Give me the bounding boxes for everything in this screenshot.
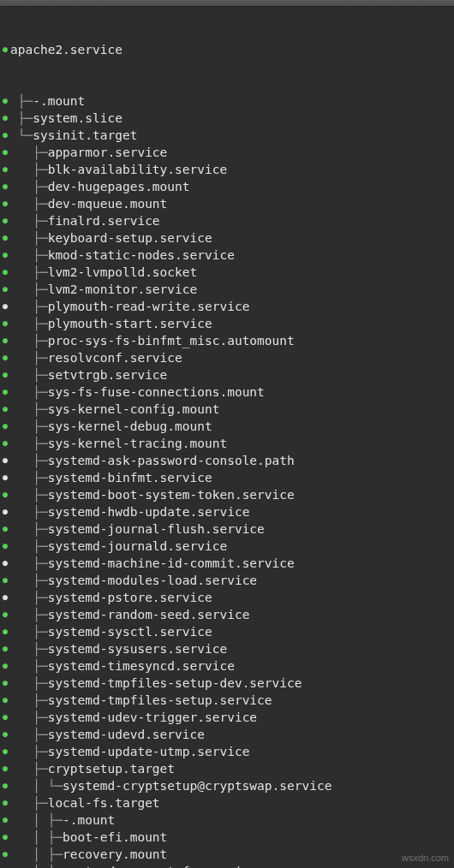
tree-row: ● └─sysinit.target xyxy=(0,127,454,144)
tree-branch: ├─ xyxy=(10,469,48,486)
tree-branch: ├─ xyxy=(10,572,48,589)
tree-row: ● ├─-.mount xyxy=(0,92,454,110)
tree-branch: ├─ xyxy=(10,760,48,777)
unit-name: sysinit.target xyxy=(33,127,137,144)
status-dot-icon: ● xyxy=(0,366,10,383)
status-dot-icon: ● xyxy=(0,298,10,315)
unit-name: sys-kernel-config.mount xyxy=(48,401,220,418)
tree-row: ● ├─local-fs.target xyxy=(0,794,454,812)
unit-name: systemd-ask-password-console.path xyxy=(48,452,295,469)
tree-branch: ├─ xyxy=(10,349,48,366)
unit-name: systemd-timesyncd.service xyxy=(48,657,235,675)
tree-branch: ├─ xyxy=(10,366,48,383)
unit-name: systemd-udevd.service xyxy=(48,726,205,743)
tree-row: ● ├─systemd-binfmt.service xyxy=(0,469,454,486)
status-dot-icon: ● xyxy=(0,675,10,692)
tree-branch: ├─ xyxy=(10,452,48,469)
unit-name: systemd-sysctl.service xyxy=(48,623,212,640)
unit-name: proc-sys-fs-binfmt_misc.automount xyxy=(48,332,295,349)
tree-row: ● ├─plymouth-read-write.service xyxy=(0,298,454,315)
tree-branch: ├─ xyxy=(10,110,33,127)
tree-row: ● ├─blk-availability.service xyxy=(0,161,454,178)
unit-name: sys-kernel-tracing.mount xyxy=(48,435,228,452)
unit-name: systemd-boot-system-token.service xyxy=(48,486,295,503)
tree-row: ● ├─dev-hugepages.mount xyxy=(0,178,454,195)
status-dot-icon: ● xyxy=(0,264,10,281)
status-dot-icon: ● xyxy=(0,829,10,846)
tree-branch: ├─ xyxy=(10,401,48,418)
tree-branch: ├─ xyxy=(10,486,48,503)
tree-branch: ├─ xyxy=(10,606,48,623)
status-dot-icon: ● xyxy=(0,161,10,178)
unit-name: systemd-remount-fs.service xyxy=(63,863,257,868)
status-dot-icon: ● xyxy=(0,520,10,538)
unit-name: apparmor.service xyxy=(48,144,168,161)
tree-row: ● ├─lvm2-lvmpolld.socket xyxy=(0,264,454,281)
status-dot-icon: ● xyxy=(0,92,10,110)
status-dot-icon: ● xyxy=(0,538,10,555)
tree-row: ● ├─systemd-udev-trigger.service xyxy=(0,709,454,726)
terminal-output: ●apache2.service ● ├─-.mount● ├─system.s… xyxy=(0,7,454,868)
status-dot-icon: ● xyxy=(0,229,10,247)
status-dot-icon: ● xyxy=(0,863,10,868)
status-dot-icon: ● xyxy=(0,332,10,349)
unit-name: systemd-tmpfiles-setup-dev.service xyxy=(48,675,302,692)
unit-name: -.mount xyxy=(33,92,85,110)
unit-name: lvm2-monitor.service xyxy=(48,281,198,298)
watermark-text: wsxdn.com xyxy=(402,849,449,866)
unit-name: systemd-cryptsetup@cryptswap.service xyxy=(63,777,332,794)
unit-name: systemd-random-seed.service xyxy=(48,606,250,623)
status-dot-icon: ● xyxy=(0,709,10,726)
unit-name: systemd-machine-id-commit.service xyxy=(48,555,295,572)
unit-name: setvtrgb.service xyxy=(48,366,168,383)
tree-branch: ├─ xyxy=(10,794,48,812)
tree-row: ● │ ├─-.mount xyxy=(0,812,454,829)
tree-branch: ├─ xyxy=(10,623,48,640)
tree-branch: ├─ xyxy=(10,229,48,247)
status-dot-icon: ● xyxy=(0,589,10,606)
tree-branch: │ ├─ xyxy=(10,846,63,863)
unit-name: local-fs.target xyxy=(48,794,160,812)
tree-branch: ├─ xyxy=(10,195,48,212)
tree-row: ● ├─apparmor.service xyxy=(0,144,454,161)
tree-branch: ├─ xyxy=(10,144,48,161)
tree-branch: ├─ xyxy=(10,709,48,726)
status-dot-icon: ● xyxy=(0,418,10,435)
tree-row: ● │ └─systemd-remount-fs.service xyxy=(0,863,454,868)
unit-name: lvm2-lvmpolld.socket xyxy=(48,264,198,281)
status-dot-icon: ● xyxy=(0,401,10,418)
tree-row: ● ├─systemd-tmpfiles-setup-dev.service xyxy=(0,675,454,692)
tree-branch: ├─ xyxy=(10,281,48,298)
status-dot-icon: ● xyxy=(0,692,10,709)
tree-row: ● ├─systemd-sysctl.service xyxy=(0,623,454,640)
unit-name: systemd-binfmt.service xyxy=(48,469,212,486)
unit-name: systemd-update-utmp.service xyxy=(48,743,250,760)
window-titlebar xyxy=(0,0,454,7)
unit-name: finalrd.service xyxy=(48,212,160,229)
status-dot-icon: ● xyxy=(0,555,10,572)
status-dot-icon: ● xyxy=(0,503,10,520)
tree-branch: ├─ xyxy=(10,161,48,178)
tree-row: ● ├─dev-mqueue.mount xyxy=(0,195,454,212)
tree-row: ● │ ├─recovery.mount xyxy=(0,846,454,863)
tree-branch: │ ├─ xyxy=(10,812,63,829)
tree-branch: ├─ xyxy=(10,726,48,743)
status-dot-icon: ● xyxy=(0,743,10,760)
status-dot-icon: ● xyxy=(0,657,10,675)
unit-name: sys-fs-fuse-connections.mount xyxy=(48,383,265,401)
unit-name: dev-mqueue.mount xyxy=(48,195,168,212)
unit-name: system.slice xyxy=(33,110,122,127)
tree-branch: │ ├─ xyxy=(10,829,63,846)
tree-branch: │ └─ xyxy=(10,863,63,868)
tree-row: ● ├─sys-kernel-tracing.mount xyxy=(0,435,454,452)
unit-name: systemd-journal-flush.service xyxy=(48,520,265,538)
tree-branch: ├─ xyxy=(10,675,48,692)
status-dot-icon: ● xyxy=(0,110,10,127)
unit-name: kmod-static-nodes.service xyxy=(48,247,235,264)
tree-branch: ├─ xyxy=(10,589,48,606)
status-dot-icon: ● xyxy=(0,606,10,623)
unit-name: keyboard-setup.service xyxy=(48,229,212,247)
status-dot-icon: ● xyxy=(0,794,10,812)
status-dot-icon: ● xyxy=(0,315,10,332)
tree-branch: ├─ xyxy=(10,264,48,281)
